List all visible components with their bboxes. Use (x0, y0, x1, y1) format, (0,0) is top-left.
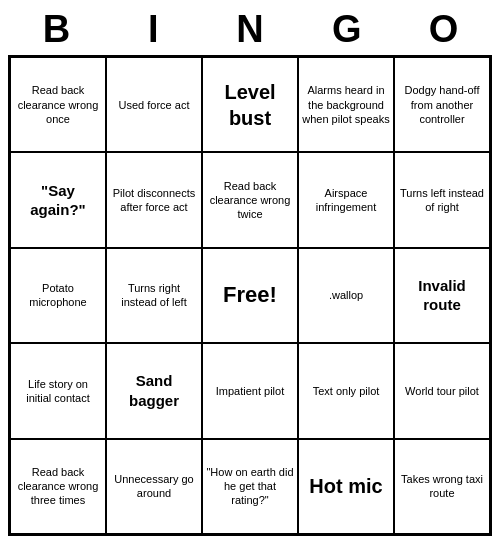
bingo-grid: Read back clearance wrong once Used forc… (8, 55, 492, 536)
cell-2-2-free[interactable]: Free! (202, 248, 298, 343)
cell-2-3[interactable]: .wallop (298, 248, 394, 343)
cell-4-4[interactable]: Takes wrong taxi route (394, 439, 490, 534)
cell-2-0[interactable]: Potato microphone (10, 248, 106, 343)
bingo-title: B I N G O (8, 8, 492, 51)
cell-4-0[interactable]: Read back clearance wrong three times (10, 439, 106, 534)
cell-3-1[interactable]: Sand bagger (106, 343, 202, 438)
cell-0-4[interactable]: Dodgy hand-off from another controller (394, 57, 490, 152)
cell-1-0[interactable]: "Say again?" (10, 152, 106, 247)
letter-g: G (298, 8, 395, 51)
cell-3-3[interactable]: Text only pilot (298, 343, 394, 438)
cell-3-2[interactable]: Impatient pilot (202, 343, 298, 438)
cell-2-1[interactable]: Turns right instead of left (106, 248, 202, 343)
cell-2-4[interactable]: Invalid route (394, 248, 490, 343)
letter-i: I (105, 8, 202, 51)
letter-o: O (395, 8, 492, 51)
cell-1-3[interactable]: Airspace infringement (298, 152, 394, 247)
cell-1-1[interactable]: Pilot disconnects after force act (106, 152, 202, 247)
cell-0-0[interactable]: Read back clearance wrong once (10, 57, 106, 152)
cell-0-1[interactable]: Used force act (106, 57, 202, 152)
cell-1-4[interactable]: Turns left instead of right (394, 152, 490, 247)
cell-0-3[interactable]: Alarms heard in the background when pilo… (298, 57, 394, 152)
cell-4-2[interactable]: "How on earth did he get that rating?" (202, 439, 298, 534)
letter-b: B (8, 8, 105, 51)
cell-4-1[interactable]: Unnecessary go around (106, 439, 202, 534)
cell-4-3[interactable]: Hot mic (298, 439, 394, 534)
cell-3-0[interactable]: Life story on initial contact (10, 343, 106, 438)
cell-0-2[interactable]: Level bust (202, 57, 298, 152)
letter-n: N (202, 8, 299, 51)
cell-3-4[interactable]: World tour pilot (394, 343, 490, 438)
cell-1-2[interactable]: Read back clearance wrong twice (202, 152, 298, 247)
